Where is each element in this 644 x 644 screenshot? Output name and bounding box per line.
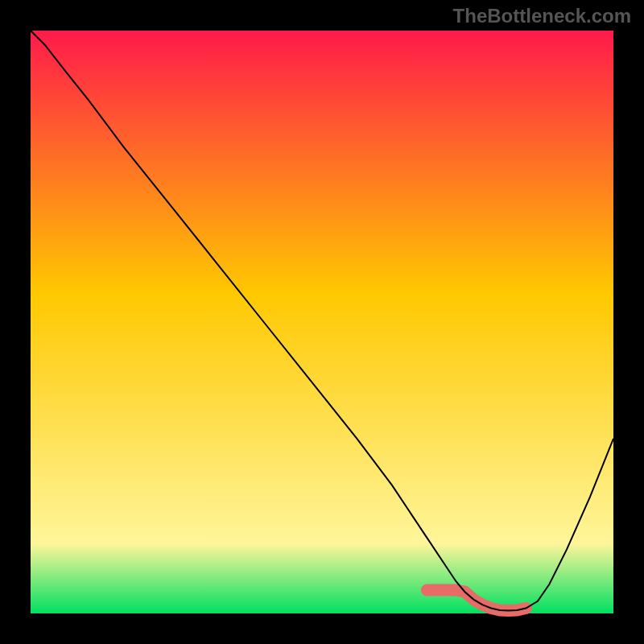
chart-container: { "attribution": "TheBottleneck.com", "c… [0, 0, 644, 644]
bottleneck-chart [0, 0, 644, 644]
plot-background [31, 31, 613, 613]
attribution-watermark: TheBottleneck.com [453, 5, 631, 27]
